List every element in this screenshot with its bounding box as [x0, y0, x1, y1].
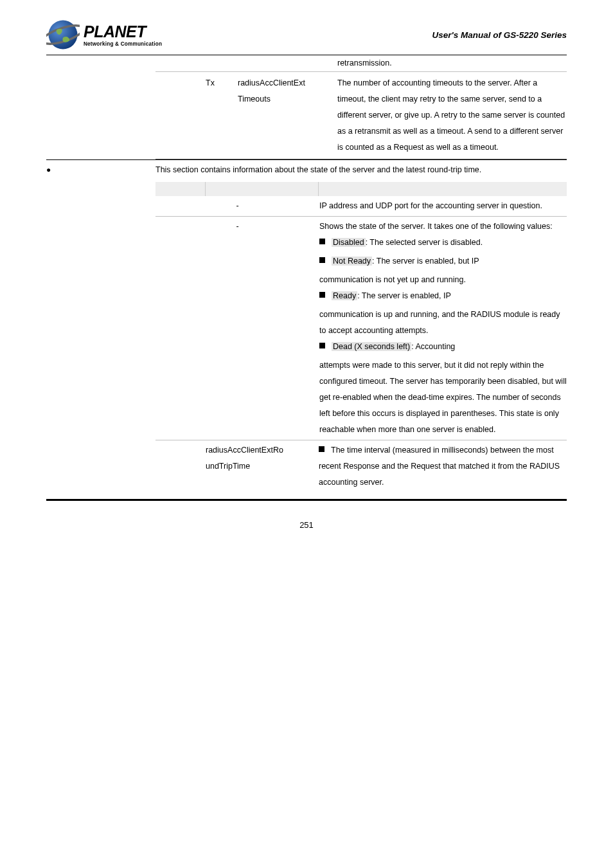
square-bullet-icon: [319, 239, 325, 244]
dash-cell: -: [155, 219, 319, 438]
retrans-continuation: retransmission.: [337, 55, 567, 71]
brand-name: PLANET: [84, 23, 162, 41]
state-not-ready-cont: communication is not yet up and running.: [319, 272, 567, 288]
state-disabled: Disabled: The selected server is disable…: [319, 235, 567, 251]
rtt-desc: The time interval (measured in milliseco…: [319, 442, 567, 491]
square-bullet-icon: [319, 343, 325, 348]
direction-tx: Tx: [206, 75, 238, 156]
page-header: PLANET Networking & Communication User's…: [0, 0, 613, 55]
square-bullet-icon: [319, 446, 324, 452]
state-ready-cont: communication is up and running, and the…: [319, 307, 567, 339]
planet-globe-icon: [46, 18, 80, 51]
section-intro: This section contains information about …: [155, 160, 567, 182]
mib-name-timeouts: radiusAccClientExtTimeouts: [238, 75, 337, 156]
logo: PLANET Networking & Communication: [46, 18, 162, 51]
state-not-ready: Not Ready: The server is enabled, but IP: [319, 253, 567, 269]
state-dead: Dead (X seconds left): Accounting: [319, 339, 567, 355]
square-bullet-icon: [319, 257, 325, 263]
section-bullet: ●: [46, 160, 155, 493]
brand-tagline: Networking & Communication: [84, 41, 162, 47]
content-table-2: ● This section contains information abou…: [46, 160, 567, 493]
content-table: retransmission. Tx radiusAccClientExtTim…: [46, 55, 567, 159]
ip-desc: IP address and UDP port for the accounti…: [319, 198, 567, 214]
page-number: 251: [46, 501, 567, 530]
manual-title: User's Manual of GS-5220 Series: [432, 30, 567, 40]
square-bullet-icon: [319, 292, 325, 298]
svg-point-0: [48, 20, 77, 49]
state-intro: Shows the state of the server. It takes …: [319, 219, 567, 235]
table-header-band: [155, 182, 567, 196]
timeouts-description: The number of accounting timeouts to the…: [337, 75, 567, 156]
dash-cell: -: [155, 198, 319, 214]
mib-rtt: radiusAccClientExtRoundTripTime: [206, 442, 319, 491]
state-dead-cont: attempts were made to this server, but i…: [319, 357, 567, 438]
state-ready: Ready: The server is enabled, IP: [319, 288, 567, 304]
